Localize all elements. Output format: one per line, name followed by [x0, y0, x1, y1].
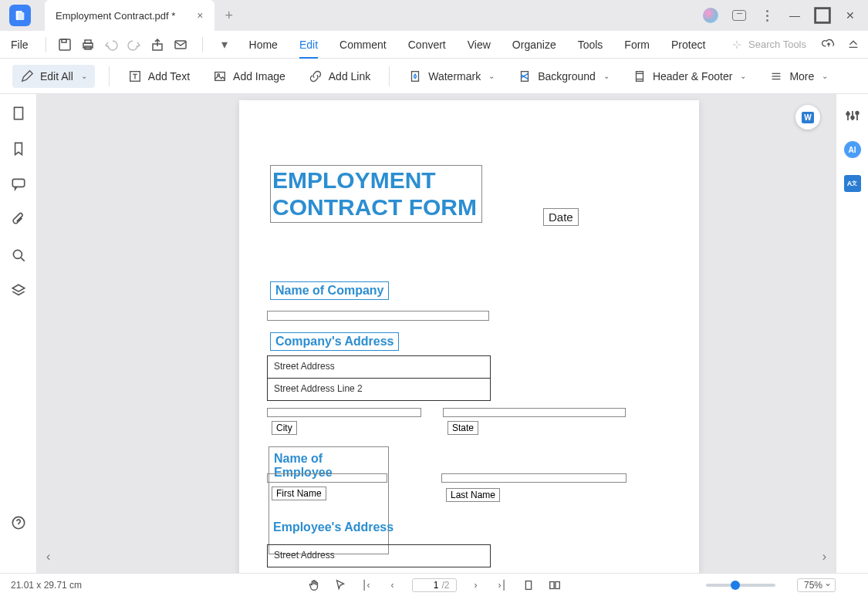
- select-tool-icon[interactable]: [333, 578, 346, 592]
- city-input-line[interactable]: [267, 408, 421, 417]
- watermark-label: Watermark: [428, 70, 481, 82]
- text-icon: [128, 69, 142, 83]
- document-canvas[interactable]: ‹ EMPLOYMENT CONTRACT FORM Date Name of …: [37, 94, 836, 573]
- header-footer-label: Header & Footer: [653, 70, 733, 82]
- hand-tool-icon[interactable]: [306, 578, 320, 592]
- emp-street-row: Street Address: [268, 545, 490, 567]
- watermark-button[interactable]: Watermark ⌄: [404, 66, 499, 86]
- svg-rect-33: [555, 581, 559, 588]
- more-options-icon[interactable]: [755, 5, 778, 26]
- double-page-icon[interactable]: [548, 578, 562, 592]
- edit-all-button[interactable]: Edit All ⌄: [12, 65, 95, 88]
- tab-organize[interactable]: Organize: [512, 32, 556, 57]
- company-address-box[interactable]: Street Address Street Address Line 2: [267, 355, 491, 401]
- first-page-icon[interactable]: ⎮‹: [359, 578, 373, 592]
- first-name-label[interactable]: First Name: [272, 487, 326, 500]
- collapse-right-icon[interactable]: ›: [822, 550, 826, 564]
- prev-page-icon[interactable]: ‹: [385, 578, 399, 592]
- maximize-button[interactable]: [811, 5, 834, 26]
- bookmarks-icon[interactable]: [10, 140, 27, 157]
- tab-convert[interactable]: Convert: [408, 32, 446, 57]
- close-window-button[interactable]: ✕: [839, 5, 862, 26]
- document-title-box[interactable]: EMPLOYMENT CONTRACT FORM: [270, 165, 482, 223]
- tab-edit[interactable]: Edit: [299, 32, 318, 57]
- cloud-upload-icon[interactable]: [822, 36, 836, 53]
- header-footer-button[interactable]: Header & Footer ⌄: [628, 66, 751, 86]
- city-label[interactable]: City: [272, 421, 297, 435]
- page-current[interactable]: [418, 580, 438, 591]
- add-link-label: Add Link: [329, 70, 370, 82]
- separator: [46, 37, 46, 52]
- first-name-input[interactable]: [267, 473, 387, 483]
- add-text-button[interactable]: Add Text: [123, 66, 194, 86]
- last-page-icon[interactable]: ›⎮: [495, 578, 509, 592]
- user-avatar-icon[interactable]: [703, 8, 718, 23]
- document-page: EMPLOYMENT CONTRACT FORM Date Name of Co…: [239, 100, 699, 573]
- last-name-input[interactable]: [441, 473, 627, 483]
- tab-protect[interactable]: Protect: [671, 32, 705, 57]
- document-tab[interactable]: Employment Contract.pdf * ×: [45, 0, 214, 31]
- tab-form[interactable]: Form: [624, 32, 650, 57]
- close-tab-icon[interactable]: ×: [197, 9, 203, 22]
- save-icon[interactable]: [57, 37, 73, 52]
- street-address-2-row: Street Address Line 2: [268, 379, 490, 401]
- next-page-icon[interactable]: ›: [469, 578, 483, 592]
- undo-icon[interactable]: [103, 37, 119, 52]
- company-address-label[interactable]: Company's Address: [270, 332, 399, 351]
- slider-thumb[interactable]: [731, 581, 740, 590]
- svg-point-29: [851, 116, 854, 120]
- title-line2: CONTRACT FORM: [272, 194, 477, 221]
- comments-icon[interactable]: [10, 176, 27, 193]
- add-image-button[interactable]: Add Image: [208, 66, 290, 86]
- tab-view[interactable]: View: [468, 32, 491, 57]
- date-field[interactable]: Date: [543, 208, 579, 226]
- zoom-select[interactable]: 75%: [797, 578, 836, 592]
- chevron-down-icon: ⌄: [488, 72, 495, 80]
- employee-address-box[interactable]: Street Address: [267, 544, 491, 567]
- background-button[interactable]: Background ⌄: [513, 66, 614, 86]
- new-tab-button[interactable]: +: [225, 8, 234, 24]
- search-tools-input[interactable]: Search Tools: [731, 39, 806, 50]
- svg-point-28: [846, 113, 849, 116]
- mail-icon[interactable]: [173, 37, 188, 52]
- ai-assistant-icon[interactable]: AI: [843, 140, 862, 159]
- file-menu[interactable]: File: [0, 39, 39, 51]
- redo-icon[interactable]: [127, 37, 142, 52]
- convert-to-word-icon[interactable]: W: [795, 105, 820, 130]
- svg-rect-21: [14, 107, 22, 119]
- tab-comment[interactable]: Comment: [339, 32, 387, 57]
- chevron-down-icon: ⌄: [603, 72, 610, 80]
- zoom-slider[interactable]: [706, 584, 775, 587]
- customize-toolbar-icon[interactable]: ▾: [217, 37, 232, 52]
- help-icon[interactable]: [10, 514, 27, 531]
- company-label[interactable]: Name of Company: [270, 281, 389, 300]
- page-number-input[interactable]: /2: [411, 578, 456, 592]
- share-icon[interactable]: [150, 37, 165, 52]
- more-button[interactable]: More ⌄: [765, 66, 833, 86]
- search-icon[interactable]: [10, 247, 27, 264]
- minimize-button[interactable]: —: [783, 5, 806, 26]
- feedback-icon[interactable]: [728, 5, 751, 26]
- svg-rect-13: [412, 71, 419, 81]
- state-label[interactable]: State: [448, 421, 478, 435]
- collapse-left-icon[interactable]: ‹: [46, 550, 50, 564]
- translate-icon[interactable]: A文: [843, 174, 862, 193]
- employee-box[interactable]: Name of Employee: [269, 446, 389, 554]
- attachments-icon[interactable]: [10, 211, 27, 228]
- employee-address-label[interactable]: Employee's Address: [273, 520, 393, 534]
- tab-home[interactable]: Home: [249, 32, 278, 57]
- add-link-button[interactable]: Add Link: [304, 66, 375, 86]
- thumbnails-icon[interactable]: [10, 105, 27, 122]
- background-icon: [518, 69, 532, 83]
- svg-rect-14: [522, 71, 529, 81]
- tab-tools[interactable]: Tools: [578, 32, 603, 57]
- layers-icon[interactable]: [10, 282, 27, 299]
- last-name-label[interactable]: Last Name: [446, 488, 500, 502]
- single-page-icon[interactable]: [522, 578, 535, 592]
- state-input-line[interactable]: [443, 408, 626, 417]
- page-total: /2: [441, 580, 449, 591]
- collapse-ribbon-icon[interactable]: [846, 36, 860, 53]
- print-icon[interactable]: [80, 37, 96, 52]
- properties-icon[interactable]: [843, 106, 862, 125]
- company-name-input[interactable]: [267, 311, 489, 321]
